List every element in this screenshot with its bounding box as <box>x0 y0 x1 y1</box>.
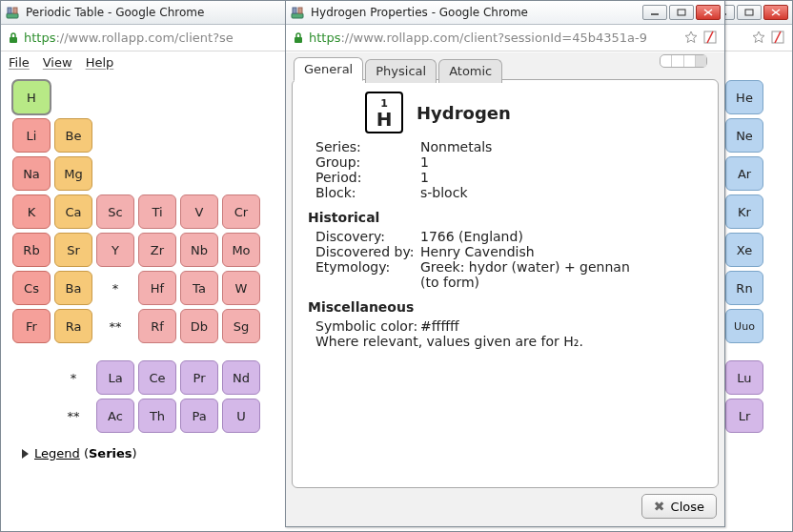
element-Nd[interactable]: Nd <box>222 360 260 395</box>
element-Ac[interactable]: Ac <box>96 399 134 433</box>
close-button[interactable] <box>763 5 788 20</box>
element-H[interactable]: H <box>12 80 51 114</box>
lanthanide-marker: * <box>96 271 134 305</box>
element-Hf[interactable]: Hf <box>138 271 176 305</box>
svg-rect-7 <box>10 37 17 43</box>
element-Cs[interactable]: Cs <box>12 271 51 305</box>
discovered-by-value: Henry Cavendish <box>420 244 535 259</box>
general-panel: 1 H Hydrogen Series:Nonmetals Group:1 Pe… <box>292 79 719 488</box>
extension-icon[interactable] <box>771 31 786 46</box>
element-Ce[interactable]: Ce <box>138 360 176 395</box>
menu-file[interactable]: File <box>9 55 30 70</box>
element-Li[interactable]: Li <box>12 118 51 153</box>
element-Y[interactable]: Y <box>96 233 134 267</box>
element-Fr[interactable]: Fr <box>12 309 51 343</box>
element-Zr[interactable]: Zr <box>138 233 176 267</box>
element-Ar[interactable]: Ar <box>725 156 763 191</box>
element-name: Hydrogen <box>417 103 511 123</box>
group-value: 1 <box>420 154 429 170</box>
element-Ba[interactable]: Ba <box>54 271 92 305</box>
menu-view[interactable]: View <box>43 55 72 70</box>
etymology-label: Etymology: <box>308 259 420 290</box>
element-La[interactable]: La <box>96 360 134 395</box>
element-Pr[interactable]: Pr <box>180 360 218 395</box>
historical-heading: Historical <box>308 210 702 225</box>
element-Ta[interactable]: Ta <box>180 271 218 305</box>
color-label: Symbolic color: <box>308 318 420 334</box>
app-icon <box>290 5 305 20</box>
bookmark-icon[interactable] <box>752 31 767 46</box>
element-Mo[interactable]: Mo <box>222 233 260 267</box>
element-Ti[interactable]: Ti <box>138 194 176 229</box>
tabstrip: General Physical Atomic <box>294 56 504 80</box>
bookmark-icon[interactable] <box>684 31 700 46</box>
group-label: Group: <box>308 154 420 170</box>
series-label: Series: <box>308 139 420 154</box>
minimize-button[interactable] <box>642 5 667 20</box>
element-Kr[interactable]: Kr <box>725 194 763 229</box>
element-Th[interactable]: Th <box>138 399 176 433</box>
element-Xe[interactable]: Xe <box>725 233 763 267</box>
tab-atomic[interactable]: Atomic <box>438 59 502 83</box>
element-Rf[interactable]: Rf <box>138 309 176 343</box>
popup-window-controls <box>642 5 721 20</box>
popup-addressbar[interactable]: https://www.rollapp.com/client?sessionId… <box>286 25 724 51</box>
lock-icon <box>7 31 20 45</box>
close-button[interactable] <box>696 5 721 20</box>
element-V[interactable]: V <box>180 194 218 229</box>
element-Uuo[interactable]: Uuo <box>725 309 763 343</box>
lanthanide-row-marker: * <box>54 360 92 395</box>
element-Be[interactable]: Be <box>54 118 92 153</box>
svg-rect-12 <box>298 8 302 13</box>
popup-url[interactable]: https://www.rollapp.com/client?sessionId… <box>309 31 681 45</box>
element-Sc[interactable]: Sc <box>96 194 134 229</box>
pager-widget[interactable] <box>660 54 707 68</box>
maximize-button[interactable] <box>737 5 762 20</box>
maximize-button[interactable] <box>669 5 694 20</box>
element-Pa[interactable]: Pa <box>180 399 218 433</box>
element-Sg[interactable]: Sg <box>222 309 260 343</box>
menu-help[interactable]: Help <box>86 55 114 70</box>
series-value: Nonmetals <box>420 139 492 154</box>
element-Cr[interactable]: Cr <box>222 194 260 229</box>
close-dialog-button[interactable]: ✖ Close <box>641 494 717 519</box>
element-K[interactable]: K <box>12 194 51 229</box>
svg-rect-0 <box>7 13 18 18</box>
element-Ra[interactable]: Ra <box>54 309 92 343</box>
element-symbol: H <box>376 110 393 129</box>
svg-rect-2 <box>13 8 17 13</box>
element-W[interactable]: W <box>222 271 260 305</box>
svg-rect-1 <box>8 8 11 13</box>
element-U[interactable]: U <box>222 399 260 433</box>
element-He[interactable]: He <box>725 80 763 114</box>
svg-rect-17 <box>295 37 302 43</box>
tab-general[interactable]: General <box>294 57 363 81</box>
actinide-marker: ** <box>96 309 134 343</box>
element-Nb[interactable]: Nb <box>180 233 218 267</box>
element-Ca[interactable]: Ca <box>54 194 92 229</box>
element-Rb[interactable]: Rb <box>12 233 51 267</box>
chevron-right-icon <box>22 449 29 459</box>
app-icon <box>5 5 20 20</box>
element-Sr[interactable]: Sr <box>54 233 92 267</box>
element-Na[interactable]: Na <box>12 156 51 191</box>
block-value: s-block <box>420 185 468 200</box>
popup-title: Hydrogen Properties - Google Chrome <box>311 6 642 19</box>
element-Ne[interactable]: Ne <box>725 118 763 153</box>
svg-rect-11 <box>293 8 296 13</box>
popup-body: General Physical Atomic 1 H Hydrogen Ser… <box>286 52 724 526</box>
popup-titlebar[interactable]: Hydrogen Properties - Google Chrome <box>286 1 724 25</box>
extension-icon[interactable] <box>703 31 719 46</box>
element-Rn[interactable]: Rn <box>725 271 763 305</box>
block-label: Block: <box>308 185 420 200</box>
tab-physical[interactable]: Physical <box>365 59 437 83</box>
svg-rect-4 <box>745 10 753 15</box>
svg-line-19 <box>707 31 713 43</box>
element-Db[interactable]: Db <box>180 309 218 343</box>
actinide-row-marker: ** <box>54 399 92 433</box>
element-box: 1 H <box>365 92 403 133</box>
element-Lu[interactable]: Lu <box>725 360 763 395</box>
element-Lr[interactable]: Lr <box>725 399 763 433</box>
popup-window: Hydrogen Properties - Google Chrome http… <box>285 0 725 527</box>
element-Mg[interactable]: Mg <box>54 156 92 191</box>
